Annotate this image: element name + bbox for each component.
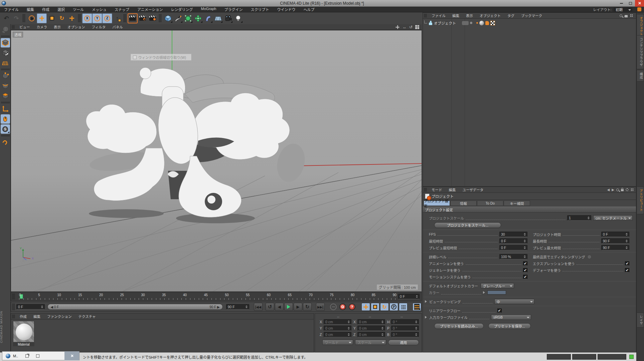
history-forward-icon[interactable]: ▶: [612, 188, 614, 192]
object-manager-menu-item[interactable]: 編集: [449, 13, 463, 18]
min-time-field[interactable]: 0 F: [499, 238, 527, 244]
apply-button[interactable]: 適用: [388, 340, 419, 345]
menu-item[interactable]: レンダリング: [167, 7, 197, 12]
linear-workflow-checkbox[interactable]: ✔: [497, 309, 502, 313]
rotation-field[interactable]: 0 °: [391, 326, 419, 331]
layout-dropdown[interactable]: 初期: [613, 7, 633, 12]
tab-project-settings[interactable]: プロジェクト設定: [424, 201, 450, 206]
restore-icon[interactable]: [25, 354, 29, 358]
default-object-color-dropdown[interactable]: グレー-ブルー: [481, 283, 514, 288]
material-menu-item[interactable]: テクスチャ: [75, 314, 99, 319]
panel-grip[interactable]: [424, 14, 427, 18]
previous-key-button[interactable]: ↺: [266, 303, 274, 311]
use-generators-checkbox[interactable]: ✔: [523, 268, 527, 272]
texture-mode-button[interactable]: [1, 48, 10, 57]
home-icon[interactable]: [625, 15, 628, 17]
menu-item[interactable]: メッシュ: [88, 7, 111, 12]
snap-magnet-button[interactable]: [1, 137, 10, 147]
menu-item[interactable]: ツール: [69, 7, 88, 12]
view-clipping-dropdown[interactable]: 中: [494, 299, 534, 304]
view-label[interactable]: 透視: [13, 32, 23, 37]
frame-range-slider[interactable]: ◀ 0 F 90 F ▶: [47, 304, 222, 310]
max-time-field[interactable]: 90 F: [601, 238, 629, 244]
panel-grip[interactable]: [12, 293, 15, 299]
menu-item[interactable]: スナップ: [111, 7, 133, 12]
object-name[interactable]: オブジェクト: [434, 20, 456, 26]
toolbar-grip[interactable]: [123, 14, 126, 22]
keyframe-presets-button[interactable]: [413, 303, 421, 311]
search-icon[interactable]: [616, 189, 619, 191]
texture-tag-icon[interactable]: [479, 21, 484, 25]
camera-button[interactable]: [223, 13, 233, 23]
zoom-view-icon[interactable]: ↔: [402, 25, 407, 29]
project-scale-unit-dropdown[interactable]: cm: センチメートル: [593, 215, 633, 221]
object-manager-menu-item[interactable]: タグ: [504, 13, 518, 18]
panel-grip[interactable]: [424, 188, 427, 192]
object-manager-menu-item[interactable]: ファイル: [428, 13, 449, 18]
filter-icon[interactable]: [630, 14, 633, 17]
range-end-handle[interactable]: 90 F ▶: [209, 305, 219, 309]
end-frame-field[interactable]: 90 F: [226, 304, 249, 310]
section-header[interactable]: プロジェクト設定: [423, 207, 636, 213]
coordinate-space-dropdown[interactable]: ワールド: [322, 340, 353, 345]
menu-item[interactable]: アニメーション: [133, 7, 167, 12]
input-profile-disclosure-icon[interactable]: [425, 316, 428, 319]
workplane-mode-button[interactable]: [1, 58, 10, 68]
toolbar-grip[interactable]: [78, 14, 81, 22]
editor-render-quality-checkbox[interactable]: [587, 255, 592, 259]
dock-tab-attributes[interactable]: アトリビュート: [637, 187, 644, 214]
deformer-button[interactable]: [203, 13, 213, 23]
next-key-button[interactable]: ↻: [303, 303, 312, 311]
project-scale-field[interactable]: 1: [567, 215, 591, 221]
panel-grip[interactable]: [12, 315, 15, 319]
subdivision-surface-button[interactable]: [183, 13, 193, 23]
save-preset-button[interactable]: プリセットを保存...: [488, 323, 531, 329]
rotation-field[interactable]: 0 °: [391, 319, 419, 325]
goto-end-button[interactable]: ▶▶|: [316, 303, 325, 311]
preview-close-button[interactable]: [64, 351, 79, 360]
material-menu-item[interactable]: 編集: [30, 314, 44, 319]
menu-item[interactable]: ファイル: [0, 7, 23, 12]
toggle-views-icon[interactable]: [415, 25, 419, 29]
enable-axis-button[interactable]: [1, 104, 10, 114]
uvw-tag-icon[interactable]: [490, 21, 495, 25]
filter-icon[interactable]: [631, 188, 634, 192]
tab-todo[interactable]: To Do: [477, 201, 503, 206]
range-start-handle[interactable]: ◀ 0 F: [50, 305, 59, 309]
view-clipping-disclosure-icon[interactable]: [425, 300, 428, 303]
scale-tool-button[interactable]: [47, 13, 57, 23]
tab-key-interpolation[interactable]: キー補間: [504, 201, 530, 206]
menu-item[interactable]: プラグイン: [220, 7, 247, 12]
menu-item[interactable]: 作成: [38, 7, 53, 12]
position-field[interactable]: 0 cm: [324, 319, 351, 325]
menu-item[interactable]: スクリプト: [247, 7, 273, 12]
current-frame-field[interactable]: 0 F: [16, 304, 45, 310]
fps-field[interactable]: 30: [499, 232, 527, 237]
model-mode-button[interactable]: [1, 38, 10, 47]
object-manager-menu-item[interactable]: ブックマーク: [518, 13, 545, 18]
viewport-menu-item[interactable]: パネル: [109, 24, 126, 29]
snap-toggle-button[interactable]: S: [1, 124, 10, 134]
menu-item[interactable]: 編集: [23, 7, 38, 12]
render-settings-button[interactable]: [148, 13, 158, 23]
menu-item[interactable]: MoGraph: [197, 7, 220, 12]
attribute-menu-item[interactable]: ユーザデータ: [459, 187, 487, 192]
coordinate-scale-dropdown[interactable]: スケール: [355, 340, 386, 345]
use-animation-checkbox[interactable]: ✔: [523, 261, 527, 266]
viewport-menu-item[interactable]: ビュー: [16, 24, 33, 29]
object-tree[interactable]: オブジェクト: [423, 19, 636, 186]
object-row[interactable]: オブジェクト: [424, 20, 636, 26]
preview-min-time-field[interactable]: 0 F: [499, 245, 527, 250]
use-expressions-checkbox[interactable]: ✔: [625, 261, 629, 266]
attribute-menu-item[interactable]: モード: [428, 187, 446, 192]
edges-mode-button[interactable]: [1, 81, 10, 91]
record-scale-toggle[interactable]: [371, 303, 379, 311]
autokey-button[interactable]: [338, 303, 347, 311]
color-swatch[interactable]: [487, 290, 506, 294]
render-visibility-toggle[interactable]: [470, 22, 472, 24]
object-manager-menu-item[interactable]: オブジェクト: [476, 13, 504, 18]
interface-icon[interactable]: [637, 7, 641, 11]
viewport-menu-item[interactable]: 表示: [50, 24, 64, 29]
search-icon[interactable]: [620, 14, 622, 17]
panel-grip[interactable]: [12, 25, 15, 29]
